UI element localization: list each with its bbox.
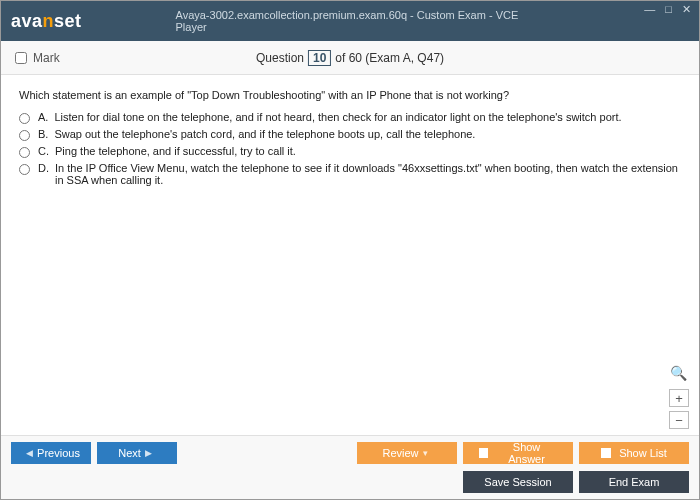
option-a[interactable]: A.Listen for dial tone on the telephone,… [19,111,681,124]
nav-group: ◀Previous Next▶ [11,442,177,464]
option-d-radio[interactable] [19,164,30,175]
option-a-letter: A. [38,111,48,123]
previous-button[interactable]: ◀Previous [11,442,91,464]
show-answer-label: Show Answer [496,441,557,465]
zoom-in-button[interactable]: + [669,389,689,407]
chevron-left-icon: ◀ [26,448,33,458]
checkbox-icon [601,448,611,458]
mark-label: Mark [33,51,60,65]
option-c-text: Ping the telephone, and if successful, t… [55,145,296,157]
zoom-out-button[interactable]: − [669,411,689,429]
option-d[interactable]: D.In the IP Office View Menu, watch the … [19,162,681,186]
app-logo: avanset [11,11,82,32]
option-c[interactable]: C.Ping the telephone, and if successful,… [19,145,681,158]
question-bar: Mark Question 10 of 60 (Exam A, Q47) [1,41,699,75]
option-c-radio[interactable] [19,147,30,158]
review-label: Review [382,447,418,459]
previous-label: Previous [37,447,80,459]
option-d-text: In the IP Office View Menu, watch the te… [55,162,681,186]
mark-checkbox-input[interactable] [15,52,27,64]
show-answer-button[interactable]: Show Answer [463,442,573,464]
window-title: Avaya-3002.examcollection.premium.exam.6… [176,9,525,33]
question-number: 10 [308,50,331,66]
option-b-text: Swap out the telephone's patch cord, and… [54,128,475,140]
title-bar: avanset Avaya-3002.examcollection.premiu… [1,1,699,41]
footer-row-2: Save Session End Exam [11,471,689,493]
maximize-icon[interactable]: □ [663,3,674,16]
close-icon[interactable]: ✕ [680,3,693,16]
footer-row-1: ◀Previous Next▶ Review▾ Show Answer Show… [11,442,689,464]
option-b[interactable]: B.Swap out the telephone's patch cord, a… [19,128,681,141]
review-button[interactable]: Review▾ [357,442,457,464]
chevron-right-icon: ▶ [145,448,152,458]
magnify-icon[interactable]: 🔍 [670,365,688,383]
logo-text-accent: n [43,11,55,31]
chevron-down-icon: ▾ [423,448,428,458]
question-prompt: Which statement is an example of "Top Do… [19,89,681,101]
next-label: Next [118,447,141,459]
option-c-letter: C. [38,145,49,157]
next-button[interactable]: Next▶ [97,442,177,464]
option-d-letter: D. [38,162,49,186]
show-list-button[interactable]: Show List [579,442,689,464]
show-list-label: Show List [619,447,667,459]
action-group-2: Save Session End Exam [463,471,689,493]
zoom-controls: 🔍 + − [669,365,689,429]
question-total: of 60 (Exam A, Q47) [335,51,444,65]
option-b-letter: B. [38,128,48,140]
logo-text-pre: ava [11,11,43,31]
window-controls: — □ ✕ [642,3,693,16]
option-a-radio[interactable] [19,113,30,124]
end-exam-button[interactable]: End Exam [579,471,689,493]
action-group-1: Review▾ Show Answer Show List [357,442,689,464]
option-b-radio[interactable] [19,130,30,141]
logo-text-post: set [54,11,82,31]
answer-options: A.Listen for dial tone on the telephone,… [19,111,681,186]
mark-checkbox[interactable]: Mark [15,51,60,65]
minimize-icon[interactable]: — [642,3,657,16]
question-label: Question [256,51,304,65]
checkbox-icon [479,448,488,458]
question-content: Which statement is an example of "Top Do… [1,75,699,435]
footer: ◀Previous Next▶ Review▾ Show Answer Show… [1,435,699,499]
save-session-button[interactable]: Save Session [463,471,573,493]
option-a-text: Listen for dial tone on the telephone, a… [54,111,621,123]
question-counter: Question 10 of 60 (Exam A, Q47) [256,50,444,66]
